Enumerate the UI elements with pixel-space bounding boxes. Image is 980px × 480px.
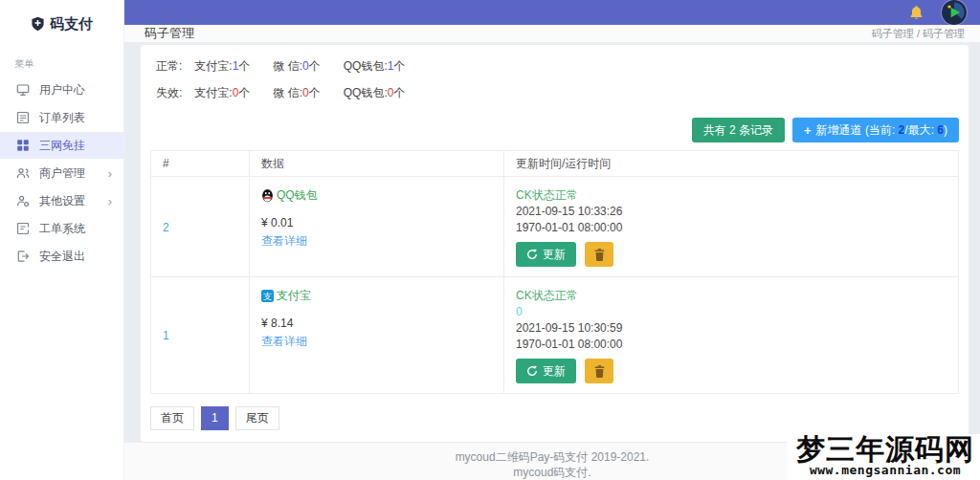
channel-balance: ¥ 0.01 xyxy=(261,216,492,229)
add-channel-button[interactable]: + 新增通道 (当前: 2/最大: 6) xyxy=(792,118,959,142)
view-detail-link[interactable]: 查看详细 xyxy=(261,334,492,350)
sidebar-item-label: 安全退出 xyxy=(39,249,85,265)
sidebar-item-logout[interactable]: 安全退出 xyxy=(0,243,123,270)
breadcrumb[interactable]: 码子管理 / 码子管理 xyxy=(872,27,965,41)
row-time-cell: CK状态正常 2021-09-15 10:33:26 1970-01-01 08… xyxy=(504,177,959,277)
sidebar-item-label: 三网免挂 xyxy=(39,138,85,154)
card-toolbar: 共有 2 条记录 + 新增通道 (当前: 2/最大: 6) xyxy=(141,114,969,150)
ck-status: CK状态正常 xyxy=(516,288,947,304)
add-channel-label: 新增通道 (当前: 2/最大: 6) xyxy=(816,122,947,139)
trash-icon xyxy=(594,249,605,261)
refresh-icon xyxy=(526,249,538,260)
pagination-last[interactable]: 尾页 xyxy=(235,406,279,430)
settings-user-icon xyxy=(16,194,30,207)
run-counter: 0 xyxy=(516,304,947,320)
sidebar-item-order-list[interactable]: 订单列表 xyxy=(0,104,123,131)
sidebar-item-merchants[interactable]: 商户管理 › xyxy=(0,160,123,186)
run-time: 1970-01-01 08:00:00 xyxy=(516,337,947,353)
row-data-cell: QQ钱包 ¥ 0.01 查看详细 xyxy=(250,177,504,277)
row-actions: 更新 xyxy=(516,359,947,383)
sidebar-item-user-center[interactable]: 用户中心 xyxy=(0,76,123,103)
sidebar: 码支付 菜单 用户中心 订单列表 三网免挂 商户管理 › xyxy=(0,0,124,480)
updated-time: 2021-09-15 10:33:26 xyxy=(516,204,947,220)
delete-button[interactable] xyxy=(585,359,613,383)
watermark-url: www.mengsannian.com xyxy=(796,464,974,476)
menu-section-label: 菜单 xyxy=(0,48,123,76)
stat-row-normal: 正常: 支付宝:1个 微 信:0个 QQ钱包:1个 xyxy=(156,58,953,75)
trash-icon xyxy=(594,365,605,378)
watermark: 梦三年源码网 www.mengsannian.com xyxy=(787,434,980,480)
sidebar-item-label: 商户管理 xyxy=(39,165,85,182)
top-navbar xyxy=(124,0,980,25)
app-window: 码支付 菜单 用户中心 订单列表 三网免挂 商户管理 › xyxy=(0,0,980,480)
ticket-icon xyxy=(16,222,30,235)
main-area: 码子管理 码子管理 / 码子管理 正常: 支付宝:1个 微 信:0个 QQ钱包:… xyxy=(124,0,980,480)
breadcrumb-bar: 码子管理 码子管理 / 码子管理 xyxy=(124,25,980,42)
max-count: 6 xyxy=(937,123,944,137)
chevron-right-icon: › xyxy=(108,167,112,180)
merchants-icon xyxy=(16,166,30,180)
channel-name: 支 支付宝 xyxy=(261,288,492,304)
channel-balance: ¥ 8.14 xyxy=(261,316,492,330)
monitor-icon xyxy=(16,83,30,97)
row-time-cell: CK状态正常 0 2021-09-15 10:30:59 1970-01-01 … xyxy=(504,277,959,394)
app-logo[interactable]: 码支付 xyxy=(0,0,123,48)
column-header-data: 数据 xyxy=(250,151,504,177)
table-row: 1 支 支付宝 ¥ 8.14 查看详细 xyxy=(151,277,959,394)
update-button[interactable]: 更新 xyxy=(516,242,576,267)
channel-name: QQ钱包 xyxy=(261,187,492,204)
sidebar-item-label: 用户中心 xyxy=(39,82,85,98)
updated-time: 2021-09-15 10:30:59 xyxy=(516,320,947,337)
sidebar-item-label: 工单系统 xyxy=(39,221,85,237)
pagination-page-1[interactable]: 1 xyxy=(201,406,229,430)
stat-value: 0 xyxy=(302,59,309,73)
grid-icon xyxy=(16,139,30,152)
stat-wechat-invalid: 微 信:0个 xyxy=(273,85,320,101)
logo-text: 码支付 xyxy=(50,15,93,33)
sidebar-item-label: 订单列表 xyxy=(39,110,85,126)
row-data-cell: 支 支付宝 ¥ 8.14 查看详细 xyxy=(250,277,504,394)
sidebar-item-three-net[interactable]: 三网免挂 xyxy=(0,132,123,159)
stat-alipay-invalid: 支付宝:0个 xyxy=(194,85,250,101)
pagination-first[interactable]: 首页 xyxy=(150,406,194,430)
content-region: 正常: 支付宝:1个 微 信:0个 QQ钱包:1个 失效: 支付宝:0个 微 信… xyxy=(124,42,980,443)
table-row: 2 QQ钱包 ¥ 0.01 查看详细 xyxy=(151,177,959,277)
sidebar-item-label: 其他设置 xyxy=(39,193,85,209)
row-actions: 更新 xyxy=(516,242,947,267)
record-count-button[interactable]: 共有 2 条记录 xyxy=(692,118,785,142)
refresh-icon xyxy=(526,365,538,377)
svg-text:支: 支 xyxy=(263,292,272,301)
chevron-right-icon: › xyxy=(108,195,112,207)
shield-plus-icon xyxy=(31,16,45,32)
stat-wechat-normal: 微 信:0个 xyxy=(273,58,320,75)
sidebar-item-work-orders[interactable]: 工单系统 xyxy=(0,215,123,242)
channels-table: # 数据 更新时间/运行时间 2 xyxy=(150,150,959,394)
user-avatar[interactable] xyxy=(942,0,967,25)
bell-icon[interactable] xyxy=(908,5,924,21)
row-id: 1 xyxy=(151,277,250,394)
table-header-row: # 数据 更新时间/运行时间 xyxy=(151,151,959,177)
page-title: 码子管理 xyxy=(145,25,194,42)
channel-stats: 正常: 支付宝:1个 微 信:0个 QQ钱包:1个 失效: 支付宝:0个 微 信… xyxy=(141,45,969,114)
stat-label: 失效: xyxy=(156,85,182,101)
logout-icon xyxy=(16,250,30,263)
column-header-id: # xyxy=(151,151,250,177)
ck-status: CK状态正常 xyxy=(516,187,947,204)
stat-qq-invalid: QQ钱包:0个 xyxy=(344,85,406,101)
stat-alipay-normal: 支付宝:1个 xyxy=(194,58,250,75)
delete-button[interactable] xyxy=(585,242,613,267)
pagination: 首页 1 尾页 xyxy=(141,394,969,432)
run-time: 1970-01-01 08:00:00 xyxy=(516,220,947,236)
update-button[interactable]: 更新 xyxy=(516,359,576,383)
alipay-icon: 支 xyxy=(261,290,274,302)
sidebar-item-other-settings[interactable]: 其他设置 › xyxy=(0,187,123,214)
column-header-time: 更新时间/运行时间 xyxy=(504,151,959,177)
row-id: 2 xyxy=(151,177,250,277)
stat-value: 0 xyxy=(302,86,309,99)
order-list-icon xyxy=(16,111,30,124)
stat-row-invalid: 失效: 支付宝:0个 微 信:0个 QQ钱包:0个 xyxy=(156,85,953,101)
watermark-title: 梦三年源码网 xyxy=(796,435,974,464)
channels-card: 正常: 支付宝:1个 微 信:0个 QQ钱包:1个 失效: 支付宝:0个 微 信… xyxy=(140,44,969,443)
plus-icon: + xyxy=(804,123,812,138)
view-detail-link[interactable]: 查看详细 xyxy=(261,233,492,250)
